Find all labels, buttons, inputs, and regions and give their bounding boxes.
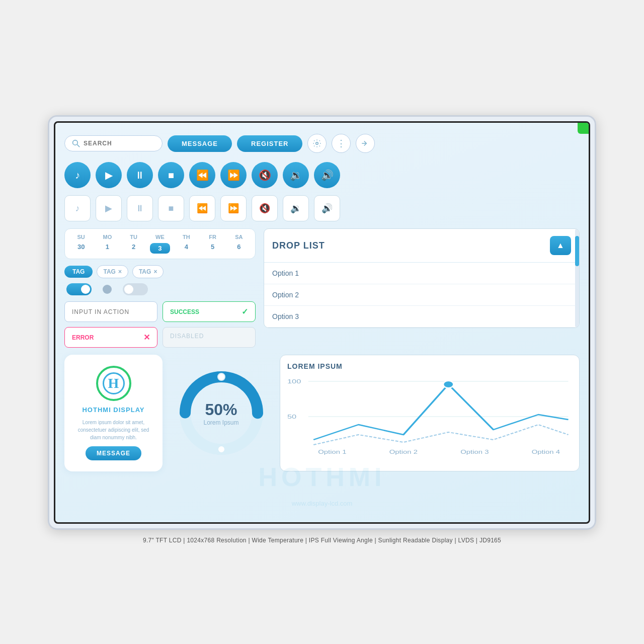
tag-outline-1-label: TAG [103,268,115,275]
pause-flat-btn[interactable]: ⏸ [127,195,153,221]
more-button[interactable]: ⋮ [332,134,351,153]
vol-low-icon: 🔉 [290,169,302,181]
toggle-dot[interactable] [103,285,112,294]
music-icon: ♪ [75,170,80,181]
cal-date-4[interactable]: 4 [176,243,196,254]
drop-list-header: DROP LIST ▲ [264,229,579,263]
tag-outline-1[interactable]: TAG × [97,265,128,278]
error-close-icon[interactable]: ✕ [143,333,150,342]
tag-filled[interactable]: TAG [64,266,93,278]
card-message-btn[interactable]: MESSAGE [86,446,141,460]
calendar-widget: SU MO TU WE TH FR SA 30 1 2 3 4 5 [64,228,256,259]
mute-flat-icon: 🔇 [259,203,270,214]
cal-fr: FR [202,234,222,240]
cal-date-30[interactable]: 30 [71,243,91,254]
media-controls-flat: ♪ ▶ ⏸ ■ ⏪ ⏩ 🔇 🔉 🔊 [64,195,580,221]
input-success: SUCCESS ✓ [163,301,256,322]
stop-btn[interactable]: ■ [158,162,184,188]
top-bar: MESSAGE REGISTER ⋮ [64,134,580,153]
drop-option-1[interactable]: Option 1 [264,263,579,284]
calendar-header: SU MO TU WE TH FR SA [71,234,249,240]
drop-option-3[interactable]: Option 3 [264,306,579,328]
search-box[interactable] [64,135,163,151]
scrollbar-thumb[interactable] [575,236,579,266]
message-button[interactable]: MESSAGE [168,135,232,152]
svg-line-1 [77,144,79,147]
search-input[interactable] [84,140,155,147]
scrollbar[interactable] [575,229,579,328]
svg-point-0 [73,140,78,145]
cal-date-3-active[interactable]: 3 [150,243,170,254]
mute-icon: 🔇 [259,169,271,181]
tags-row: TAG TAG × TAG × [64,265,256,278]
drop-list-title: DROP LIST [272,240,325,251]
cal-sa: SA [229,234,249,240]
cal-date-2[interactable]: 2 [124,243,144,254]
rewind-flat-btn[interactable]: ⏪ [189,195,215,221]
vol-low-btn[interactable]: 🔉 [283,162,309,188]
donut-label: 50% Lorem Ipsum [203,400,238,426]
play-btn[interactable]: ▶ [96,162,122,188]
svg-text:50: 50 [287,414,296,420]
droplist-section: DROP LIST ▲ Option 1 Option 2 Option 3 [264,228,580,348]
vol-high-btn[interactable]: 🔊 [314,162,340,188]
cal-su: SU [71,234,91,240]
cal-mo: MO [97,234,117,240]
cal-th: TH [176,234,196,240]
vol-high-icon: 🔊 [321,169,334,181]
cal-date-1[interactable]: 1 [97,243,117,254]
mute-btn[interactable]: 🔇 [252,162,278,188]
pause-flat-icon: ⏸ [135,203,144,214]
donut-chart: 50% Lorem Ipsum [170,355,273,471]
input-row-1: SUCCESS ✓ [64,301,256,322]
cal-date-5[interactable]: 5 [202,243,222,254]
brand-logo: H [103,372,125,394]
outer-frame: ✈ 1 🗓 2 🔔 3 MESSAGE REGISTER [48,115,596,530]
pause-icon: ⏸ [135,170,145,181]
play-flat-icon: ▶ [105,203,112,214]
pause-btn[interactable]: ⏸ [127,162,153,188]
input-normal[interactable] [64,301,157,322]
svg-text:Option 2: Option 2 [389,449,418,455]
rewind-btn[interactable]: ⏪ [189,162,215,188]
svg-text:100: 100 [287,378,301,385]
vol-high-flat-icon: 🔊 [321,203,333,214]
tag-outline-2-close[interactable]: × [153,268,157,275]
fastforward-icon: ⏩ [227,169,240,181]
drop-up-btn[interactable]: ▲ [550,236,571,255]
drop-option-2[interactable]: Option 2 [264,284,579,306]
mute-flat-btn[interactable]: 🔇 [252,195,278,221]
register-button[interactable]: REGISTER [237,135,302,152]
vol-high-flat-btn[interactable]: 🔊 [314,195,340,221]
music-btn[interactable]: ♪ [64,162,91,188]
svg-text:Option 4: Option 4 [532,449,560,455]
exit-button[interactable] [356,134,375,153]
cal-date-6[interactable]: 6 [229,243,249,254]
drop-list: DROP LIST ▲ Option 1 Option 2 Option 3 [264,228,580,328]
fastforward-flat-btn[interactable]: ⏩ [220,195,247,221]
brand-description: Lorem ipsum dolor sit amet, consectetuer… [73,419,153,441]
svg-point-7 [218,446,225,453]
tag-outline-1-close[interactable]: × [118,268,122,275]
play-flat-btn[interactable]: ▶ [96,195,122,221]
bottom-section: H HOTHMI DISPLAY Lorem ipsum dolor sit a… [64,355,580,471]
stop-icon: ■ [168,170,174,181]
toggle-on[interactable] [66,283,92,295]
cal-we: WE [150,234,170,240]
watermark-url: www.display-lcd.com [292,500,353,507]
svg-text:Option 3: Option 3 [460,449,489,455]
svg-point-12 [443,381,454,388]
rewind-icon: ⏪ [196,169,209,181]
media-controls-filled: ♪ ▶ ⏸ ■ ⏪ ⏩ 🔇 🔉 🔊 [64,162,580,188]
vol-low-flat-btn[interactable]: 🔉 [283,195,309,221]
fastforward-btn[interactable]: ⏩ [220,162,247,188]
line-chart-svg: 100 50 Option 1 Option 2 Option 3 Option [287,374,572,455]
arrow-right-icon [361,139,370,148]
stop-flat-btn[interactable]: ■ [158,195,184,221]
toggle-off[interactable] [123,283,148,295]
tag-outline-2[interactable]: TAG × [132,265,164,278]
settings-button[interactable] [307,134,327,153]
music-flat-btn[interactable]: ♪ [64,195,91,221]
disabled-text: DISABLED [170,333,204,340]
input-fields: SUCCESS ✓ ERROR ✕ DISABLED [64,301,256,348]
